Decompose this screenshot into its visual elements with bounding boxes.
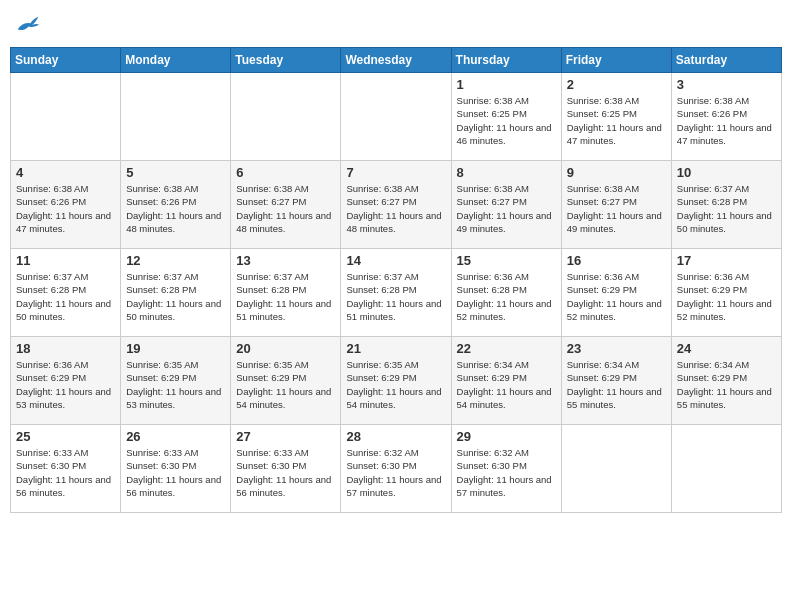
day-info: Sunrise: 6:35 AM Sunset: 6:29 PM Dayligh… xyxy=(126,358,225,411)
calendar-cell: 21Sunrise: 6:35 AM Sunset: 6:29 PM Dayli… xyxy=(341,337,451,425)
calendar-cell: 8Sunrise: 6:38 AM Sunset: 6:27 PM Daylig… xyxy=(451,161,561,249)
day-info: Sunrise: 6:37 AM Sunset: 6:28 PM Dayligh… xyxy=(677,182,776,235)
day-info: Sunrise: 6:34 AM Sunset: 6:29 PM Dayligh… xyxy=(567,358,666,411)
calendar-cell: 10Sunrise: 6:37 AM Sunset: 6:28 PM Dayli… xyxy=(671,161,781,249)
calendar-cell: 2Sunrise: 6:38 AM Sunset: 6:25 PM Daylig… xyxy=(561,73,671,161)
day-number: 8 xyxy=(457,165,556,180)
day-info: Sunrise: 6:32 AM Sunset: 6:30 PM Dayligh… xyxy=(457,446,556,499)
day-info: Sunrise: 6:37 AM Sunset: 6:28 PM Dayligh… xyxy=(16,270,115,323)
calendar-cell: 14Sunrise: 6:37 AM Sunset: 6:28 PM Dayli… xyxy=(341,249,451,337)
day-info: Sunrise: 6:38 AM Sunset: 6:27 PM Dayligh… xyxy=(457,182,556,235)
day-info: Sunrise: 6:38 AM Sunset: 6:27 PM Dayligh… xyxy=(346,182,445,235)
day-info: Sunrise: 6:38 AM Sunset: 6:26 PM Dayligh… xyxy=(126,182,225,235)
day-number: 6 xyxy=(236,165,335,180)
day-info: Sunrise: 6:38 AM Sunset: 6:25 PM Dayligh… xyxy=(567,94,666,147)
calendar-cell xyxy=(561,425,671,513)
week-row-2: 4Sunrise: 6:38 AM Sunset: 6:26 PM Daylig… xyxy=(11,161,782,249)
day-info: Sunrise: 6:35 AM Sunset: 6:29 PM Dayligh… xyxy=(236,358,335,411)
day-info: Sunrise: 6:38 AM Sunset: 6:26 PM Dayligh… xyxy=(16,182,115,235)
day-number: 25 xyxy=(16,429,115,444)
day-number: 26 xyxy=(126,429,225,444)
day-number: 12 xyxy=(126,253,225,268)
day-info: Sunrise: 6:37 AM Sunset: 6:28 PM Dayligh… xyxy=(346,270,445,323)
day-number: 21 xyxy=(346,341,445,356)
calendar-cell xyxy=(341,73,451,161)
day-info: Sunrise: 6:37 AM Sunset: 6:28 PM Dayligh… xyxy=(126,270,225,323)
calendar-cell: 24Sunrise: 6:34 AM Sunset: 6:29 PM Dayli… xyxy=(671,337,781,425)
calendar-cell: 17Sunrise: 6:36 AM Sunset: 6:29 PM Dayli… xyxy=(671,249,781,337)
calendar-cell: 23Sunrise: 6:34 AM Sunset: 6:29 PM Dayli… xyxy=(561,337,671,425)
weekday-header-friday: Friday xyxy=(561,48,671,73)
calendar-cell: 26Sunrise: 6:33 AM Sunset: 6:30 PM Dayli… xyxy=(121,425,231,513)
calendar-cell: 6Sunrise: 6:38 AM Sunset: 6:27 PM Daylig… xyxy=(231,161,341,249)
weekday-header-tuesday: Tuesday xyxy=(231,48,341,73)
day-number: 16 xyxy=(567,253,666,268)
day-number: 5 xyxy=(126,165,225,180)
day-number: 24 xyxy=(677,341,776,356)
day-info: Sunrise: 6:37 AM Sunset: 6:28 PM Dayligh… xyxy=(236,270,335,323)
calendar-cell: 16Sunrise: 6:36 AM Sunset: 6:29 PM Dayli… xyxy=(561,249,671,337)
calendar-cell: 9Sunrise: 6:38 AM Sunset: 6:27 PM Daylig… xyxy=(561,161,671,249)
logo xyxy=(14,14,40,39)
day-number: 9 xyxy=(567,165,666,180)
calendar-cell: 7Sunrise: 6:38 AM Sunset: 6:27 PM Daylig… xyxy=(341,161,451,249)
day-number: 4 xyxy=(16,165,115,180)
day-number: 15 xyxy=(457,253,556,268)
calendar-cell: 28Sunrise: 6:32 AM Sunset: 6:30 PM Dayli… xyxy=(341,425,451,513)
day-number: 18 xyxy=(16,341,115,356)
day-number: 10 xyxy=(677,165,776,180)
day-info: Sunrise: 6:36 AM Sunset: 6:29 PM Dayligh… xyxy=(677,270,776,323)
day-number: 14 xyxy=(346,253,445,268)
calendar-cell: 15Sunrise: 6:36 AM Sunset: 6:28 PM Dayli… xyxy=(451,249,561,337)
day-info: Sunrise: 6:36 AM Sunset: 6:29 PM Dayligh… xyxy=(567,270,666,323)
day-number: 7 xyxy=(346,165,445,180)
week-row-4: 18Sunrise: 6:36 AM Sunset: 6:29 PM Dayli… xyxy=(11,337,782,425)
day-number: 22 xyxy=(457,341,556,356)
day-info: Sunrise: 6:36 AM Sunset: 6:29 PM Dayligh… xyxy=(16,358,115,411)
logo-bird-icon xyxy=(16,14,40,34)
day-number: 28 xyxy=(346,429,445,444)
calendar-cell xyxy=(671,425,781,513)
day-number: 20 xyxy=(236,341,335,356)
day-info: Sunrise: 6:38 AM Sunset: 6:25 PM Dayligh… xyxy=(457,94,556,147)
day-number: 3 xyxy=(677,77,776,92)
weekday-header-row: SundayMondayTuesdayWednesdayThursdayFrid… xyxy=(11,48,782,73)
day-info: Sunrise: 6:36 AM Sunset: 6:28 PM Dayligh… xyxy=(457,270,556,323)
calendar-cell: 19Sunrise: 6:35 AM Sunset: 6:29 PM Dayli… xyxy=(121,337,231,425)
day-number: 17 xyxy=(677,253,776,268)
day-number: 29 xyxy=(457,429,556,444)
calendar-cell: 3Sunrise: 6:38 AM Sunset: 6:26 PM Daylig… xyxy=(671,73,781,161)
header xyxy=(10,10,782,39)
day-number: 27 xyxy=(236,429,335,444)
day-info: Sunrise: 6:38 AM Sunset: 6:27 PM Dayligh… xyxy=(236,182,335,235)
week-row-3: 11Sunrise: 6:37 AM Sunset: 6:28 PM Dayli… xyxy=(11,249,782,337)
day-info: Sunrise: 6:38 AM Sunset: 6:26 PM Dayligh… xyxy=(677,94,776,147)
weekday-header-sunday: Sunday xyxy=(11,48,121,73)
weekday-header-thursday: Thursday xyxy=(451,48,561,73)
calendar-cell: 12Sunrise: 6:37 AM Sunset: 6:28 PM Dayli… xyxy=(121,249,231,337)
day-info: Sunrise: 6:34 AM Sunset: 6:29 PM Dayligh… xyxy=(457,358,556,411)
day-info: Sunrise: 6:32 AM Sunset: 6:30 PM Dayligh… xyxy=(346,446,445,499)
calendar-cell xyxy=(121,73,231,161)
calendar-cell: 18Sunrise: 6:36 AM Sunset: 6:29 PM Dayli… xyxy=(11,337,121,425)
day-number: 2 xyxy=(567,77,666,92)
weekday-header-monday: Monday xyxy=(121,48,231,73)
day-number: 1 xyxy=(457,77,556,92)
calendar-cell xyxy=(231,73,341,161)
week-row-5: 25Sunrise: 6:33 AM Sunset: 6:30 PM Dayli… xyxy=(11,425,782,513)
calendar-cell: 1Sunrise: 6:38 AM Sunset: 6:25 PM Daylig… xyxy=(451,73,561,161)
day-info: Sunrise: 6:33 AM Sunset: 6:30 PM Dayligh… xyxy=(236,446,335,499)
day-info: Sunrise: 6:35 AM Sunset: 6:29 PM Dayligh… xyxy=(346,358,445,411)
calendar-cell: 27Sunrise: 6:33 AM Sunset: 6:30 PM Dayli… xyxy=(231,425,341,513)
calendar-cell: 4Sunrise: 6:38 AM Sunset: 6:26 PM Daylig… xyxy=(11,161,121,249)
calendar-cell: 13Sunrise: 6:37 AM Sunset: 6:28 PM Dayli… xyxy=(231,249,341,337)
day-info: Sunrise: 6:33 AM Sunset: 6:30 PM Dayligh… xyxy=(126,446,225,499)
calendar-cell: 22Sunrise: 6:34 AM Sunset: 6:29 PM Dayli… xyxy=(451,337,561,425)
calendar-cell: 11Sunrise: 6:37 AM Sunset: 6:28 PM Dayli… xyxy=(11,249,121,337)
calendar-cell: 29Sunrise: 6:32 AM Sunset: 6:30 PM Dayli… xyxy=(451,425,561,513)
calendar-cell xyxy=(11,73,121,161)
day-number: 23 xyxy=(567,341,666,356)
weekday-header-saturday: Saturday xyxy=(671,48,781,73)
calendar-cell: 20Sunrise: 6:35 AM Sunset: 6:29 PM Dayli… xyxy=(231,337,341,425)
calendar-cell: 25Sunrise: 6:33 AM Sunset: 6:30 PM Dayli… xyxy=(11,425,121,513)
